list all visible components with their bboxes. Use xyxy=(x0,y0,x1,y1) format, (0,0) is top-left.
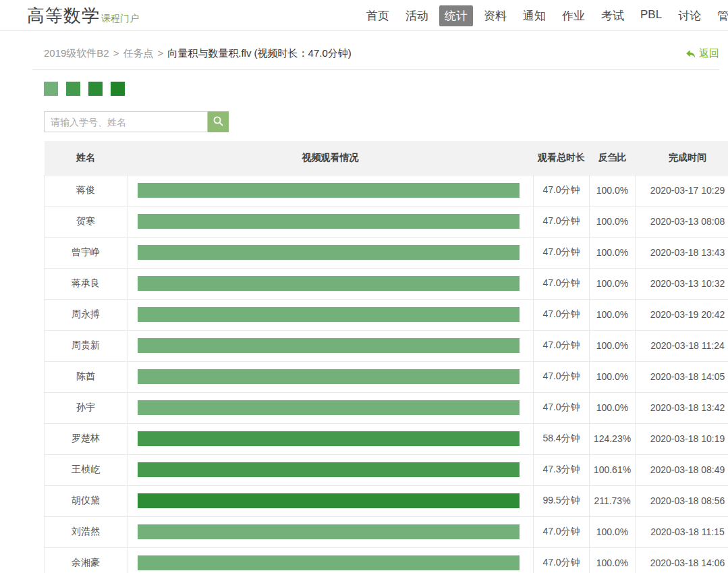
course-title: 高等数学 xyxy=(27,5,100,26)
completion-time: 2020-03-18 10:19 xyxy=(636,423,728,454)
watch-progress-bar[interactable] xyxy=(138,493,520,508)
watch-progress-bar[interactable] xyxy=(138,400,520,415)
legend-swatch-1 xyxy=(44,82,58,96)
completion-time: 2020-03-18 11:24 xyxy=(636,330,728,361)
watch-bar-cell xyxy=(128,547,534,573)
table-row: 贺寒47.0分钟100.0%2020-03-13 08:08 xyxy=(45,206,728,237)
table-row: 蒋俊47.0分钟100.0%2020-03-17 10:29 xyxy=(45,175,728,206)
student-name: 王桢屹 xyxy=(45,454,128,485)
completion-time: 2020-03-18 13:43 xyxy=(636,237,728,268)
back-label: 返回 xyxy=(699,47,719,60)
watch-duration: 58.4分钟 xyxy=(534,423,590,454)
breadcrumb-link-1[interactable]: 2019级软件B2 xyxy=(44,47,109,59)
breadcrumb-separator: > xyxy=(113,47,119,59)
completion-time: 2020-03-18 13:42 xyxy=(636,392,728,423)
watch-progress-bar[interactable] xyxy=(138,431,520,446)
watch-progress-bar[interactable] xyxy=(138,462,520,477)
watch-progress-bar[interactable] xyxy=(138,338,520,353)
nav-item-discussion[interactable]: 讨论 xyxy=(673,5,706,26)
table-row: 王桢屹47.3分钟100.61%2020-03-18 08:49 xyxy=(45,454,728,485)
completion-time: 2020-03-17 10:29 xyxy=(636,175,728,206)
student-name: 周贵新 xyxy=(45,330,128,361)
student-name: 周永搏 xyxy=(45,299,128,330)
table-row: 胡仪黛99.5分钟211.73%2020-03-18 08:56 xyxy=(45,485,728,516)
back-link[interactable]: 返回 xyxy=(685,47,719,60)
watch-progress-bar[interactable] xyxy=(138,214,520,229)
watch-bar-cell xyxy=(128,175,534,206)
legend-swatch-4 xyxy=(111,82,125,96)
watch-bar-cell xyxy=(128,516,534,547)
nav-item-exam[interactable]: 考试 xyxy=(596,5,629,26)
breadcrumb-current: 向量积与数量积.flv (视频时长：47.0分钟) xyxy=(167,47,352,59)
completion-time: 2020-03-18 14:05 xyxy=(636,361,728,392)
completion-time: 2020-03-13 10:32 xyxy=(636,268,728,299)
student-name: 罗楚林 xyxy=(45,423,128,454)
search-icon xyxy=(213,115,224,129)
completion-time: 2020-03-19 20:42 xyxy=(636,299,728,330)
breadcrumb: 2019级软件B2>任务点>向量积与数量积.flv (视频时长：47.0分钟) xyxy=(44,47,352,60)
watch-bar-cell xyxy=(128,237,534,268)
watch-bar-cell xyxy=(128,454,534,485)
student-name: 胡仪黛 xyxy=(45,485,128,516)
watch-progress-bar[interactable] xyxy=(138,276,520,291)
watch-progress-bar[interactable] xyxy=(138,555,520,570)
rumination-ratio: 100.0% xyxy=(590,299,636,330)
rumination-ratio: 100.0% xyxy=(590,206,636,237)
nav-item-statistics[interactable]: 统计 xyxy=(439,5,473,26)
table-row: 刘浩然47.0分钟100.0%2020-03-18 11:15 xyxy=(45,516,728,547)
watch-duration: 47.0分钟 xyxy=(534,361,590,392)
watch-stats-table: 姓名视频观看情况观看总时长反刍比完成时间 蒋俊47.0分钟100.0%2020-… xyxy=(44,141,728,573)
watch-duration: 47.0分钟 xyxy=(534,516,590,547)
watch-duration: 47.0分钟 xyxy=(534,175,590,206)
watch-duration: 99.5分钟 xyxy=(534,485,590,516)
watch-duration: 47.0分钟 xyxy=(534,206,590,237)
nav-item-manage[interactable]: 管理 xyxy=(712,5,728,26)
table-row: 蒋承良47.0分钟100.0%2020-03-13 10:32 xyxy=(45,268,728,299)
rumination-ratio: 100.0% xyxy=(590,547,636,573)
rumination-ratio: 100.0% xyxy=(590,330,636,361)
watch-bar-cell xyxy=(128,206,534,237)
student-name: 孙宇 xyxy=(45,392,128,423)
completion-time: 2020-03-18 14:06 xyxy=(636,547,728,573)
completion-time: 2020-03-18 08:49 xyxy=(636,454,728,485)
nav-item-homework[interactable]: 作业 xyxy=(557,5,590,26)
watch-bar-cell xyxy=(128,423,534,454)
watch-progress-bar[interactable] xyxy=(138,524,520,539)
nav-item-activity[interactable]: 活动 xyxy=(400,5,434,26)
nav-item-pbl[interactable]: PBL xyxy=(635,5,667,26)
student-name: 陈酋 xyxy=(45,361,128,392)
rumination-ratio: 100.0% xyxy=(590,361,636,392)
watch-level-legend xyxy=(44,82,719,96)
table-row: 孙宇47.0分钟100.0%2020-03-18 13:42 xyxy=(45,392,728,423)
watch-progress-bar[interactable] xyxy=(138,183,520,198)
nav-item-home[interactable]: 首页 xyxy=(361,5,395,26)
completion-time: 2020-03-18 11:15 xyxy=(636,516,728,547)
table-row: 陈酋47.0分钟100.0%2020-03-18 14:05 xyxy=(45,361,728,392)
breadcrumb-separator: > xyxy=(157,47,163,59)
watch-progress-bar[interactable] xyxy=(138,245,520,260)
watch-progress-bar[interactable] xyxy=(138,369,520,384)
table-row: 周永搏47.0分钟100.0%2020-03-19 20:42 xyxy=(45,299,728,330)
nav-item-materials[interactable]: 资料 xyxy=(478,5,512,26)
top-header: 高等数学课程门户 首页活动统计资料通知作业考试PBL讨论管理 xyxy=(0,0,728,31)
watch-duration: 47.0分钟 xyxy=(534,392,590,423)
watch-bar-cell xyxy=(128,330,534,361)
legend-swatch-2 xyxy=(66,82,80,96)
watch-progress-bar[interactable] xyxy=(138,307,520,322)
watch-bar-cell xyxy=(128,485,534,516)
search-input[interactable] xyxy=(44,111,208,132)
rumination-ratio: 100.0% xyxy=(590,392,636,423)
student-name: 蒋俊 xyxy=(45,175,128,206)
column-header-name: 姓名 xyxy=(45,141,128,175)
main-nav: 首页活动统计资料通知作业考试PBL讨论管理 xyxy=(361,5,728,26)
student-name: 刘浩然 xyxy=(45,516,128,547)
rumination-ratio: 100.0% xyxy=(590,237,636,268)
student-name: 贺寒 xyxy=(45,206,128,237)
back-arrow-icon xyxy=(685,49,696,59)
nav-item-notice[interactable]: 通知 xyxy=(517,5,551,26)
breadcrumb-link-2[interactable]: 任务点 xyxy=(123,47,153,59)
completion-time: 2020-03-18 08:56 xyxy=(636,485,728,516)
table-row: 余湘豪47.0分钟100.0%2020-03-18 14:06 xyxy=(45,547,728,573)
course-logo[interactable]: 高等数学课程门户 xyxy=(27,4,139,28)
search-button[interactable] xyxy=(208,111,229,132)
